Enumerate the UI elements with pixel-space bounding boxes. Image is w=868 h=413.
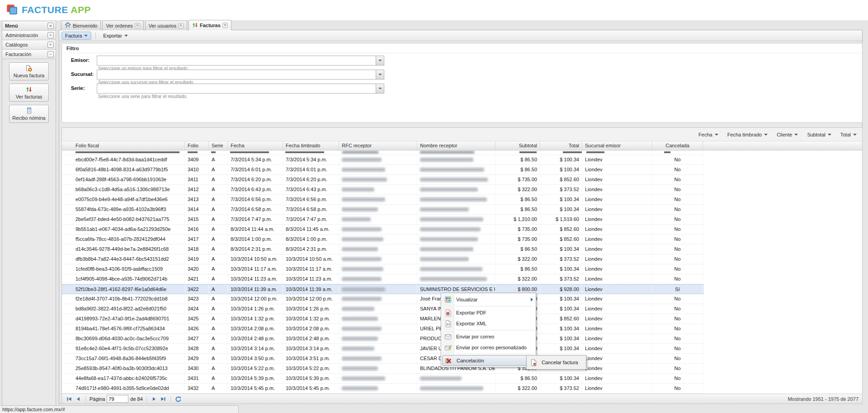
- table-row[interactable]: 73cc15a7-06f1-4948-8a36-844eb5f435f93429…: [62, 354, 704, 364]
- combo-trigger-icon[interactable]: [376, 56, 384, 65]
- table-row[interactable]: f5cca6fa-78cc-4816-a07b-2824129df0443417…: [62, 235, 704, 244]
- collapse-sidebar-button[interactable]: «: [47, 23, 54, 29]
- sidebar-item-facturacion[interactable]: Facturación −: [2, 50, 56, 59]
- tab-bienvenido[interactable]: Bienvenido: [61, 20, 101, 30]
- cell-total: $ 852.60: [540, 235, 582, 244]
- table-row[interactable]: 44e8fa68-ea17-437d-abbc-b24026f5735c3431…: [62, 374, 704, 384]
- first-page-button[interactable]: [66, 395, 73, 403]
- table-row[interactable]: 55874fda-673c-489e-a935-4102a3b96ff33414…: [62, 205, 704, 215]
- ver-facturas-button[interactable]: Ver facturas: [9, 84, 49, 102]
- cell-folio: 3411: [185, 175, 209, 184]
- results-status: Mostrando 1951 - 1975 de 2077: [788, 396, 859, 402]
- column-header-total[interactable]: Total: [540, 141, 582, 150]
- column-header-fecha[interactable]: Fecha: [228, 141, 283, 150]
- sort-fecha-timbrado-button[interactable]: Fecha timbrado: [727, 132, 768, 137]
- sort-total-button[interactable]: Total: [840, 132, 857, 137]
- emisor-combobox[interactable]: [97, 56, 384, 66]
- cell-folio: 3410: [185, 165, 209, 174]
- table-row[interactable]: e0075c09-b4e9-4e48-a94f-a7df1be436e63413…: [62, 195, 704, 205]
- tab-ver-usuarios[interactable]: Ver usuarios ✕: [145, 20, 187, 30]
- table-row[interactable]: dfb3b8b4-7a82-44e3-8447-6bc543151dd23419…: [62, 254, 704, 264]
- table-row[interactable]: f2e18d4f-3707-410b-8b41-772029cdd1b83423…: [62, 294, 704, 304]
- tab-ver-ordenes[interactable]: Ver ordenes ✕: [102, 20, 143, 30]
- close-icon[interactable]: ✕: [178, 23, 184, 28]
- sort-fecha-button[interactable]: Fecha: [698, 132, 718, 137]
- menu-item-exportar-xml[interactable]: Exportar XML: [442, 318, 535, 329]
- close-icon[interactable]: ✕: [222, 23, 228, 28]
- cell-rfc-receptor: [339, 374, 417, 383]
- cell-folio-fiscal: f2e18d4f-3707-410b-8b41-772029cdd1b8: [62, 294, 185, 304]
- table-row[interactable]: 1cf4f905-4098-4bce-a935-74d9062d714b3421…: [62, 274, 704, 284]
- table-row[interactable]: d14c3546-9278-449d-be7a-2e88426f1c683418…: [62, 244, 704, 254]
- serie-combobox[interactable]: [97, 84, 384, 94]
- table-row[interactable]: 2be5ef37-bded-4e50-b082-b437621aa7753415…: [62, 215, 704, 225]
- menu-item-enviar-por-correo[interactable]: Enviar por correo: [442, 331, 535, 342]
- column-header-folio[interactable]: Folio: [185, 141, 209, 150]
- table-row[interactable]: 8bc30699-d06d-4030-ac0c-0ac3e5ccc7093427…: [62, 334, 704, 344]
- redacted-name: [420, 207, 469, 211]
- column-header-nombre-receptor[interactable]: Nombre receptor: [417, 141, 495, 150]
- cell-cancelada: No: [652, 244, 703, 254]
- next-page-button[interactable]: [151, 395, 158, 403]
- sidebar-item-catalogos[interactable]: Catálogos +: [2, 40, 56, 50]
- table-row[interactable]: 91e8c4e2-60e4-4f71-9c5b-07cc5230892e3428…: [62, 344, 704, 354]
- menu-item-exportar-pdf[interactable]: Exportar PDF: [442, 307, 535, 318]
- redacted-rfc: [342, 178, 387, 182]
- tab-facturas[interactable]: Facturas ✕: [189, 20, 231, 30]
- table-row[interactable]: 52f10be3-28f1-4162-8297-f6e1a0d64d6e3422…: [62, 284, 704, 294]
- combo-trigger-icon[interactable]: [376, 84, 384, 93]
- redacted-rfc: [342, 197, 385, 202]
- table-row[interactable]: 6f0a5816-48b1-4098-8314-a63d9779b1f53410…: [62, 165, 704, 175]
- exportar-menu-button[interactable]: Exportar: [100, 32, 131, 39]
- cell-subtotal: $ 86.50: [495, 195, 540, 204]
- table-row[interactable]: b68a06c3-c1d8-4d5a-a516-1306c988713e3412…: [62, 185, 704, 195]
- cell-rfc-receptor: [339, 285, 417, 294]
- page-number-input[interactable]: [107, 395, 128, 403]
- cell-folio: 3427: [185, 334, 209, 343]
- table-row[interactable]: ebcd00e7-f5e8-44c7-8d3d-baa1d41ceddf3409…: [62, 155, 704, 165]
- column-header-fecha-timbrado[interactable]: Fecha timbrado: [283, 141, 339, 150]
- cell-cancelada: No: [652, 274, 703, 284]
- table-row[interactable]: 1cfed0f8-bea3-4106-91f9-aabffacc15093420…: [62, 264, 704, 274]
- sidebar-item-administracion[interactable]: Administración +: [2, 31, 56, 40]
- table-row[interactable]: bd8a96f2-3822-491d-8f22-ad2e8d021f503424…: [62, 304, 704, 314]
- table-row[interactable]: 0ef14adf-288f-4563-a798-696bb191063e3411…: [62, 175, 704, 185]
- cell-sucursal-emisor: Liondev: [582, 155, 652, 164]
- sucursal-combobox[interactable]: [97, 70, 384, 80]
- cell-nombre-receptor: [417, 264, 495, 274]
- column-header-serie[interactable]: Serie: [209, 141, 228, 150]
- cell-cancelada: No: [652, 175, 703, 184]
- expand-icon[interactable]: +: [47, 32, 54, 38]
- nueva-factura-button[interactable]: Nueva factura: [9, 62, 49, 80]
- sort-cliente-button[interactable]: Cliente: [777, 132, 798, 137]
- sort-subtotal-button[interactable]: Subtotal: [807, 132, 831, 137]
- previous-page-button[interactable]: [75, 395, 82, 403]
- close-icon[interactable]: ✕: [135, 23, 140, 28]
- table-row[interactable]: 74d9171f-e980-4991-b395-5d9ce0de02dd3432…: [62, 384, 704, 394]
- factura-menu-button[interactable]: Factura: [61, 32, 91, 40]
- menu-item-enviar-por-correo-personalizado[interactable]: Enviar por correo personalizado: [442, 342, 535, 353]
- logo-icon: [5, 3, 18, 17]
- cell-rfc-receptor: [339, 225, 417, 234]
- menu-item-label: Enviar por correo personalizado: [456, 345, 527, 350]
- table-row[interactable]: 25e8593b-8547-40f0-ba3b-9030f3dc40133430…: [62, 364, 704, 374]
- refresh-button[interactable]: [175, 395, 182, 403]
- last-page-button[interactable]: [160, 395, 167, 403]
- column-header-folio-fiscal[interactable]: Folio fiscal: [62, 141, 185, 150]
- combo-trigger-icon[interactable]: [376, 70, 384, 79]
- menu-item-cancelar-factura[interactable]: Cancelar factura: [528, 357, 585, 368]
- recibo-nomina-button[interactable]: Recibo nómina: [9, 105, 49, 123]
- column-header-sucursal-emisor[interactable]: Sucursal emisor: [582, 141, 652, 150]
- menu-item-visualizar[interactable]: Visualizar: [442, 294, 535, 305]
- collapse-icon[interactable]: −: [47, 51, 54, 57]
- table-row[interactable]: 8194ba41-78ef-4576-9f6f-cf725a8634343426…: [62, 324, 704, 334]
- menu-item-cancelacion[interactable]: Cancelación: [442, 355, 535, 366]
- table-row[interactable]: d4198993-72e2-47a0-9f1e-2ad4d86907013425…: [62, 314, 704, 324]
- cell-folio: 3413: [185, 195, 209, 204]
- table-row[interactable]: 9b551ab1-e067-4034-ad6a-5a21293d250e3416…: [62, 225, 704, 235]
- column-header-subtotal[interactable]: Subtotal: [495, 141, 540, 150]
- column-header-rfc-receptor[interactable]: RFC receptor: [339, 141, 417, 150]
- column-header-cancelada[interactable]: Cancelada: [652, 141, 703, 150]
- cell-serie: A: [209, 354, 228, 363]
- expand-icon[interactable]: +: [47, 42, 54, 48]
